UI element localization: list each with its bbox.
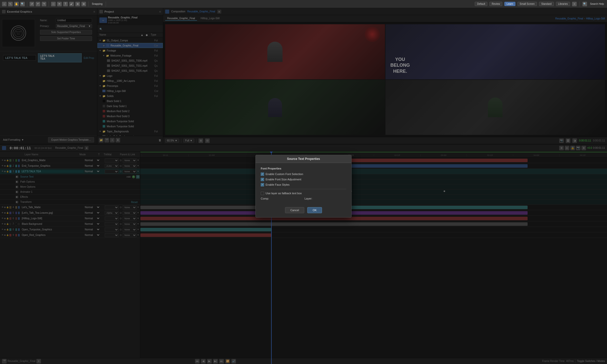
sep1 (27, 2, 27, 7)
workspace-standard[interactable]: Standard (539, 2, 554, 6)
checkbox-font-size[interactable] (261, 178, 264, 181)
dialog-comp-row: Comp: Layer: (261, 197, 346, 200)
font-properties-label: Font Properties (261, 167, 346, 170)
checkbox-row-faux-styles: Enable Faux Styles (261, 183, 346, 186)
checkbox-custom-font[interactable] (261, 173, 264, 176)
rotate-icon[interactable]: ↺ (30, 2, 34, 6)
checkbox-custom-font-label: Enable Custom Font Selection (266, 173, 303, 176)
source-text-dialog: Source Text Properties Font Properties E… (255, 155, 352, 217)
workspace-review[interactable]: Review (489, 2, 502, 6)
checkbox-row-custom-font: Enable Custom Font Selection (261, 173, 346, 176)
checkbox-fallback[interactable] (261, 192, 264, 195)
snapping-label[interactable]: Snapping (91, 3, 103, 5)
layer-field-label: Layer: (305, 197, 317, 200)
ok-button[interactable]: OK (307, 207, 322, 213)
pen-icon[interactable]: ✒ (57, 2, 62, 6)
cancel-button[interactable]: Cancel (285, 207, 304, 213)
checkbox-font-size-label: Enable Font Size Adjustment (266, 178, 301, 181)
checkbox-fallback-label: Use layer as fallback text box (266, 192, 302, 195)
top-toolbar: ⌂ ↖ ✋ 🔍 ↺ ↶ ↷ □ ✒ T 🖌 ⊕ ⊗ Snapping Defau… (0, 0, 607, 8)
sep4 (106, 2, 106, 7)
sep5 (579, 2, 580, 7)
more-workspaces-icon[interactable]: » (572, 2, 577, 6)
comp-field-label: Comp: (261, 197, 273, 200)
dialog-body: Font Properties Enable Custom Font Selec… (256, 163, 351, 204)
home-icon[interactable]: ⌂ (2, 2, 7, 6)
text-icon[interactable]: T (63, 2, 68, 6)
dialog-overlay: Source Text Properties Font Properties E… (0, 8, 607, 364)
hand-icon[interactable]: ✋ (14, 2, 19, 6)
redo-icon[interactable]: ↷ (42, 2, 46, 6)
search-help-label[interactable]: Search Help (589, 3, 605, 5)
dialog-divider (261, 189, 346, 189)
workspace-area: Default Review Learn Small Screen Standa… (475, 2, 605, 7)
clone-icon[interactable]: ⊕ (75, 2, 80, 6)
puppet-icon[interactable]: ⊗ (81, 2, 86, 6)
workspace-libraries[interactable]: Libraries (556, 2, 570, 6)
brush-icon[interactable]: 🖌 (69, 2, 74, 6)
checkbox-row-font-size: Enable Font Size Adjustment (261, 178, 346, 181)
checkbox-faux-styles[interactable] (261, 183, 264, 186)
checkbox-faux-styles-label: Enable Faux Styles (266, 183, 290, 186)
search-icon[interactable]: 🔍 (582, 2, 587, 6)
zoom-icon[interactable]: 🔍 (20, 2, 25, 6)
workspace-default[interactable]: Default (475, 2, 487, 6)
undo-icon[interactable]: ↶ (36, 2, 40, 6)
dialog-buttons: Cancel OK (256, 204, 351, 217)
rect-icon[interactable]: □ (51, 2, 56, 6)
checkbox-row-fallback: Use layer as fallback text box (261, 192, 346, 195)
sep3 (88, 2, 89, 7)
cursor-icon[interactable]: ↖ (8, 2, 13, 6)
workspace-learn[interactable]: Learn (504, 2, 515, 6)
sep2 (49, 2, 49, 7)
workspace-small[interactable]: Small Screen (517, 2, 537, 6)
dialog-title: Source Text Properties (256, 155, 351, 163)
